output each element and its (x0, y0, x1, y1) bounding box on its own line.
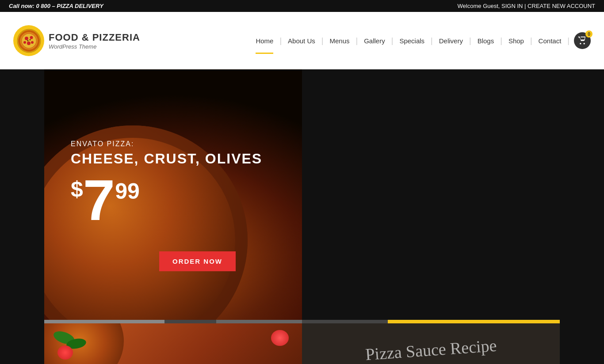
svg-point-8 (23, 41, 26, 44)
top-bar: Call now: 0 800 – PIZZA DELIVERY Welcome… (0, 0, 604, 12)
hero-slider: ENVATO PIZZA: CHEESE, CRUST, OLIVES $ 7 … (44, 69, 560, 320)
cart-badge: 0 (585, 30, 593, 38)
cart-icon-svg (578, 36, 587, 45)
nav-delivery[interactable]: Delivery (433, 30, 469, 52)
slide-title: CHEESE, CRUST, OLIVES (71, 151, 262, 167)
progress-bar-2 (216, 320, 388, 323)
pizza-logo-icon (17, 29, 41, 53)
svg-point-9 (31, 41, 34, 44)
nav-specials[interactable]: Specials (393, 30, 431, 52)
progress-bar-3 (388, 320, 560, 323)
nav-home[interactable]: Home (249, 30, 279, 52)
price-dollar: $ (71, 178, 83, 200)
header: FOOD & PIZZERIA WordPress Theme Home | A… (0, 12, 604, 69)
thumbnail-2[interactable]: Pizza Sauce Recipe (302, 323, 560, 364)
svg-point-4 (22, 34, 36, 48)
logo-title: FOOD & PIZZERIA (49, 32, 140, 43)
logo-subtitle: WordPress Theme (49, 43, 140, 50)
nav-blogs[interactable]: Blogs (471, 30, 501, 52)
page-wrapper: Call now: 0 800 – PIZZA DELIVERY Welcome… (0, 0, 604, 364)
slide-subtitle: ENVATO PIZZA: (71, 140, 262, 148)
thumbnails-row: Pizza Sauce Recipe (44, 323, 560, 364)
svg-point-5 (25, 37, 28, 40)
nav-contact[interactable]: Contact (532, 30, 568, 52)
price-block: $ 7 99 (71, 176, 262, 225)
nav-gallery[interactable]: Gallery (358, 30, 391, 52)
slide-content: ENVATO PIZZA: CHEESE, CRUST, OLIVES $ 7 … (71, 140, 262, 265)
progress-bars-section: Pizza Sauce Recipe (0, 320, 604, 364)
welcome-text: Welcome Guest, (458, 3, 500, 9)
progress-bar-1 (44, 320, 216, 323)
logo-text: FOOD & PIZZERIA WordPress Theme (49, 32, 140, 50)
nav-shop[interactable]: Shop (502, 30, 530, 52)
nav-menus[interactable]: Menus (323, 30, 356, 52)
top-bar-right: Welcome Guest, SIGN IN | CREATE NEW ACCO… (458, 3, 595, 9)
svg-point-6 (30, 36, 33, 39)
slide-left: ENVATO PIZZA: CHEESE, CRUST, OLIVES $ 7 … (44, 69, 302, 320)
nav-about[interactable]: About Us (282, 30, 321, 52)
svg-point-11 (29, 39, 31, 40)
order-now-button[interactable]: ORDER NOW (159, 251, 236, 271)
signin-link[interactable]: SIGN IN (501, 3, 523, 9)
main-nav: Home | About Us | Menus | Gallery | Spec… (249, 30, 591, 52)
svg-point-10 (27, 40, 28, 41)
progress-bars-container: Pizza Sauce Recipe (44, 320, 560, 364)
svg-point-7 (27, 42, 31, 45)
separator: | (524, 3, 526, 9)
thumbnail-1[interactable] (44, 323, 302, 364)
price-main: 7 (83, 176, 115, 225)
cart-button[interactable]: 0 (574, 32, 591, 49)
create-account-link[interactable]: CREATE NEW ACCOUNT (528, 3, 595, 9)
call-text: Call now: 0 800 – PIZZA DELIVERY (9, 3, 103, 9)
chalkboard-text: Pizza Sauce Recipe (365, 336, 497, 364)
price-cents: 99 (115, 180, 140, 202)
logo-icon (13, 25, 44, 56)
logo[interactable]: FOOD & PIZZERIA WordPress Theme (13, 25, 140, 56)
